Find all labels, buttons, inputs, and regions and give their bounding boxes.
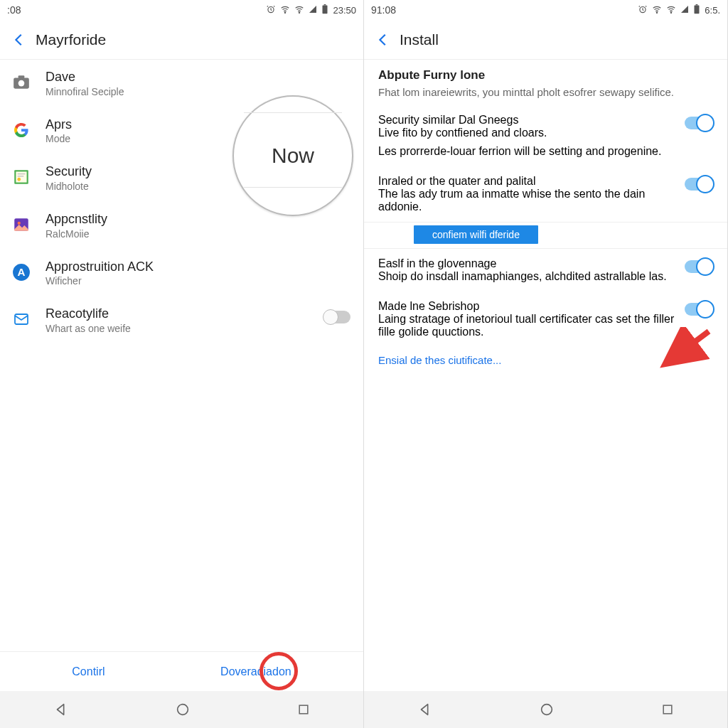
intro-section: Abpute Furny lone Fhat lom inareiewrits,… <box>364 60 727 105</box>
svg-text:A: A <box>18 266 26 278</box>
page-title: Install <box>400 31 439 48</box>
back-button[interactable] <box>7 28 31 52</box>
svg-point-10 <box>17 178 21 181</box>
svg-rect-7 <box>18 75 25 78</box>
nav-home-icon[interactable] <box>539 702 555 717</box>
status-clock: 23:50 <box>333 5 356 16</box>
highlight-row: confiem wilfi dferide <box>364 223 727 248</box>
setting-title: Inraled or the quater and palital <box>378 175 676 188</box>
nav-recent-icon[interactable] <box>296 702 311 717</box>
app-bar: Install <box>364 20 727 60</box>
left-screenshot: :08 23:50 Mayrforide <box>0 0 364 728</box>
battery-icon <box>321 4 328 16</box>
svg-rect-17 <box>299 705 308 714</box>
page-title: Mayrforide <box>36 31 106 48</box>
google-icon <box>10 119 33 141</box>
status-indicators: 6:5. <box>638 4 720 16</box>
settings-item-reacotylife[interactable]: Reacotylife Whart as one weife <box>0 296 363 344</box>
svg-rect-24 <box>663 705 672 714</box>
signal-icon <box>309 5 317 16</box>
right-screenshot: 91:08 6:5. Install Abpute Furny lone Fha… <box>364 0 728 728</box>
nav-back-icon[interactable] <box>53 702 69 717</box>
svg-point-1 <box>285 11 286 12</box>
certificate-link[interactable]: Ensial de thes ciutificate... <box>364 347 727 373</box>
status-bar: :08 23:50 <box>0 0 363 20</box>
back-button[interactable] <box>371 28 395 52</box>
toggle-security-similar[interactable] <box>685 117 713 129</box>
battery-icon <box>693 4 700 16</box>
status-time: 91:08 <box>371 4 396 16</box>
magnifier-overlay: Now <box>232 95 353 216</box>
setting-inraled[interactable]: Inraled or the quater and palital The la… <box>364 166 727 222</box>
item-primary: Dave <box>46 70 350 85</box>
blue-a-icon: A <box>10 261 33 284</box>
footer-left-button[interactable]: Contirl <box>72 665 105 678</box>
alarm-icon <box>638 4 648 16</box>
signal-icon <box>680 5 689 16</box>
svg-rect-22 <box>696 4 698 5</box>
svg-rect-4 <box>324 4 326 5</box>
wifi-icon <box>280 4 290 16</box>
nav-back-icon[interactable] <box>417 702 433 717</box>
item-secondary: Minnofiral Seciple <box>46 86 350 97</box>
mail-icon <box>10 308 33 331</box>
svg-point-2 <box>299 11 300 12</box>
svg-point-19 <box>657 11 658 12</box>
item-secondary: Whart as one weife <box>46 323 311 334</box>
wifi-icon-2 <box>666 4 676 16</box>
status-indicators: 23:50 <box>266 4 356 16</box>
install-settings: Abpute Furny lone Fhat lom inareiewrits,… <box>364 60 727 691</box>
navigation-bar <box>364 691 727 728</box>
wifi-icon <box>652 4 662 16</box>
intro-title: Abpute Furny lone <box>378 68 713 82</box>
svg-rect-9 <box>16 172 26 183</box>
wifi-icon-2 <box>294 4 304 16</box>
status-clock: 6:5. <box>705 5 720 16</box>
svg-point-16 <box>177 705 188 715</box>
intro-body: Fhat lom inareiewrits, you minttal pholt… <box>378 85 713 100</box>
app-bar: Mayrforide <box>0 20 363 60</box>
svg-rect-3 <box>323 5 328 14</box>
item-secondary: RalcMoiie <box>46 228 350 240</box>
setting-title: Security similar Dal Gneegs <box>378 114 676 127</box>
setting-body: Live fito by contfiened and cloars. <box>378 127 676 139</box>
setting-easlf[interactable]: Easlf in the glovennage Shoip do insdall… <box>364 249 727 291</box>
svg-point-12 <box>18 222 21 225</box>
setting-body: The las ady trum aa inmatte whise the se… <box>378 188 676 213</box>
setting-body: Laing stratage of inetorioul tuall certi… <box>378 313 676 338</box>
svg-point-20 <box>671 11 672 12</box>
status-bar: 91:08 6:5. <box>364 0 727 20</box>
alarm-icon <box>266 4 276 16</box>
toggle-reacotylife[interactable] <box>323 311 350 323</box>
footer-right-button[interactable]: Doveradiadon <box>220 665 291 678</box>
settings-list: Dave Minnofiral Seciple Aprs Mode Securi… <box>0 60 363 651</box>
nav-home-icon[interactable] <box>175 702 191 717</box>
settings-item-approstruition[interactable]: A Approstruition ACK Wificher <box>0 250 363 297</box>
footer-actions: Contirl Doveradiadon <box>0 651 363 691</box>
navigation-bar <box>0 691 363 728</box>
magnifier-text: Now <box>272 144 314 168</box>
setting-body-2: Les prorrerde-louar ferrion will be sett… <box>378 145 676 158</box>
highlight-chip[interactable]: confiem wilfi dferide <box>414 225 538 244</box>
toggle-easlf[interactable] <box>685 260 713 273</box>
svg-rect-21 <box>695 5 700 14</box>
setting-title: Made lne Sebrishop <box>378 300 676 313</box>
setting-security-similar[interactable]: Security similar Dal Gneegs Live fito by… <box>364 105 727 166</box>
status-time: :08 <box>7 4 21 16</box>
cert-icon <box>10 166 33 188</box>
toggle-made-lne[interactable] <box>685 303 713 316</box>
setting-made-lne[interactable]: Made lne Sebrishop Laing stratage of ine… <box>364 291 727 347</box>
setting-title: Easlf in the glovennage <box>378 257 676 270</box>
setting-body: Shoip do insdall inamaphianges, alchdite… <box>378 270 676 283</box>
nav-recent-icon[interactable] <box>660 702 675 717</box>
gallery-icon <box>10 213 33 236</box>
svg-point-23 <box>541 705 552 715</box>
item-primary: Approstruition ACK <box>46 259 350 274</box>
item-secondary: Wificher <box>46 275 350 287</box>
svg-point-6 <box>18 80 25 87</box>
camera-icon <box>10 71 33 94</box>
toggle-inraled[interactable] <box>685 178 713 191</box>
item-primary: Reacotylife <box>46 306 311 321</box>
